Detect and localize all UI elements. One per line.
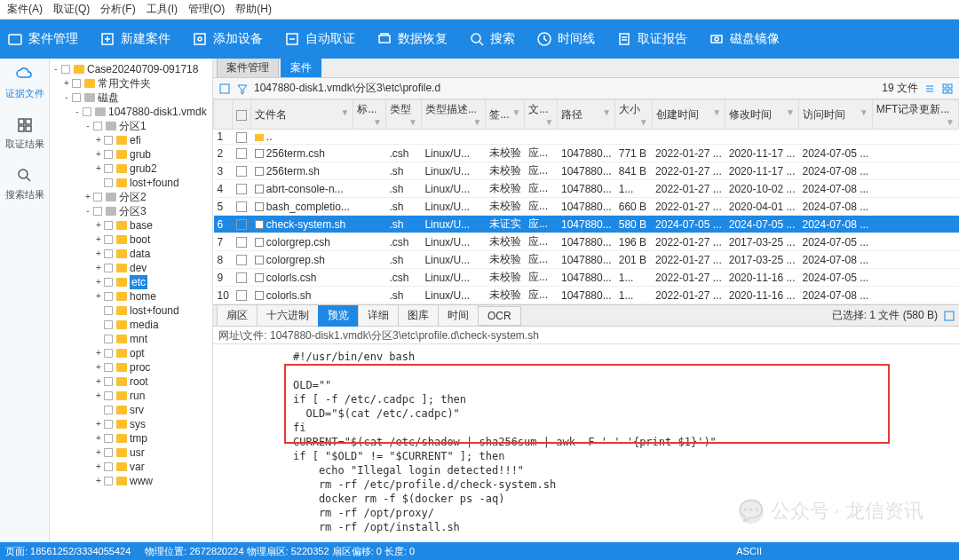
tb-search[interactable]: 搜索 <box>469 31 515 47</box>
tree-node-lost+found[interactable]: lost+found <box>52 304 210 318</box>
tree-checkbox[interactable] <box>93 122 102 130</box>
row-checkbox[interactable] <box>236 166 247 177</box>
tree-toggle[interactable]: + <box>94 261 103 275</box>
preview-tab-OCR[interactable]: OCR <box>478 306 521 326</box>
tree-checkbox[interactable] <box>104 178 113 187</box>
table-row[interactable]: 1.. <box>214 130 959 145</box>
tree-label[interactable]: opt <box>130 346 145 360</box>
tree-node-Case20240709-091718[interactable]: -Case20240709-091718 <box>52 62 210 76</box>
tree-label[interactable]: 磁盘 <box>98 91 119 105</box>
tree-checkbox[interactable] <box>93 193 102 201</box>
col-8[interactable]: 路径▼ <box>558 100 615 130</box>
tree-checkbox[interactable] <box>104 235 113 244</box>
filter-icon[interactable]: ▼ <box>786 107 795 117</box>
col-5[interactable]: 类型描述...▼ <box>421 100 486 130</box>
tree-toggle[interactable]: + <box>94 289 103 304</box>
filter-icon[interactable]: ▼ <box>712 107 721 117</box>
tree-toggle[interactable]: + <box>94 389 103 403</box>
col-0[interactable] <box>214 100 233 130</box>
tree-node-tmp[interactable]: +tmp <box>52 431 210 446</box>
tree-node-磁盘[interactable]: -磁盘 <box>52 91 210 105</box>
tree-label[interactable]: Case20240709-091718 <box>87 62 198 76</box>
col-9[interactable]: 大小▼ <box>615 100 652 130</box>
tree-node-proc[interactable]: +proc <box>52 360 210 375</box>
tree-toggle[interactable]: + <box>94 360 103 375</box>
tree-checkbox[interactable] <box>104 306 113 315</box>
row-checkbox[interactable] <box>236 184 247 194</box>
leftbar-result[interactable]: 取证结果 <box>5 116 44 151</box>
tree-panel[interactable]: -Case20240709-091718+常用文件夹-磁盘-1047880-di… <box>50 59 213 542</box>
filter-icon[interactable]: ▼ <box>545 117 554 127</box>
filter-icon[interactable]: ▼ <box>473 117 482 127</box>
tree-label[interactable]: media <box>130 318 159 332</box>
tree-toggle[interactable]: - <box>73 105 82 119</box>
col-7[interactable]: 文...▼ <box>525 100 558 130</box>
table-row[interactable]: 8colorgrep.sh.shLinux/U...未校验应...1047880… <box>214 251 959 269</box>
menu-help[interactable]: 帮助(H) <box>235 2 272 17</box>
tree-label[interactable]: proc <box>130 360 150 375</box>
tree-label[interactable]: 分区2 <box>119 190 147 204</box>
preview-tab-时间[interactable]: 时间 <box>438 305 479 327</box>
menu-forensics[interactable]: 取证(Q) <box>53 2 90 17</box>
leftbar-evidence[interactable]: 证据文件 <box>5 66 44 100</box>
tree-node-dev[interactable]: +dev <box>52 261 210 275</box>
table-row[interactable]: 2256term.csh.cshLinux/U...未校验应...1047880… <box>214 145 959 162</box>
tree-node-mnt[interactable]: mnt <box>52 332 210 346</box>
tree-node-lost+found[interactable]: lost+found <box>52 176 210 190</box>
preview-tab-预览[interactable]: 预览 <box>318 305 359 327</box>
tree-label[interactable]: sys <box>130 417 146 431</box>
tree-toggle[interactable]: + <box>83 190 92 204</box>
tree-node-usr[interactable]: +usr <box>52 446 210 460</box>
tree-toggle[interactable]: + <box>94 474 103 488</box>
tree-toggle[interactable]: - <box>83 119 92 133</box>
view-list-icon[interactable] <box>923 83 936 95</box>
filter-icon[interactable]: ▼ <box>860 107 868 117</box>
tree-checkbox[interactable] <box>72 79 81 88</box>
tree-node-分区2[interactable]: +分区2 <box>52 190 210 204</box>
filter-icon[interactable] <box>236 83 249 95</box>
tree-label[interactable]: run <box>130 389 145 403</box>
tab-case-manage[interactable]: 案件管理 <box>217 59 279 77</box>
col-11[interactable]: 修改时间▼ <box>725 100 799 130</box>
table-row[interactable]: 5bash_completio....shLinux/U...未校验应...10… <box>214 198 959 216</box>
tree-checkbox[interactable] <box>104 406 113 414</box>
tree-checkbox[interactable] <box>104 377 113 386</box>
tree-label[interactable]: home <box>130 289 156 304</box>
tree-label[interactable]: 1047880-disk1.vmdk <box>108 105 207 119</box>
tree-label[interactable]: root <box>130 375 148 389</box>
tree-toggle[interactable]: + <box>94 247 103 261</box>
tree-node-base[interactable]: +base <box>52 218 210 233</box>
tree-checkbox[interactable] <box>104 434 113 443</box>
tree-label[interactable]: var <box>130 460 145 474</box>
tree-checkbox[interactable] <box>104 335 113 343</box>
tb-disk-image[interactable]: 磁盘镜像 <box>709 31 780 47</box>
tree-node-etc[interactable]: +etc <box>52 275 210 289</box>
tree-checkbox[interactable] <box>104 320 113 329</box>
tree-checkbox[interactable] <box>104 391 113 400</box>
tree-toggle[interactable]: + <box>94 431 103 446</box>
tree-node-分区3[interactable]: -分区3 <box>52 204 210 218</box>
table-row[interactable]: 9colorls.csh.cshLinux/U...未校验应...1047880… <box>214 269 959 287</box>
filter-icon[interactable]: ▼ <box>341 107 350 117</box>
tree-toggle[interactable]: + <box>62 76 71 91</box>
tree-label[interactable]: www <box>130 474 153 488</box>
tree-checkbox[interactable] <box>104 448 113 457</box>
tb-timeline[interactable]: 时间线 <box>536 31 595 47</box>
row-checkbox[interactable] <box>236 132 247 143</box>
col-6[interactable]: 签...▼ <box>486 100 525 130</box>
tree-node-media[interactable]: media <box>52 318 210 332</box>
table-row[interactable]: 4abrt-console-n....shLinux/U...未校验应...10… <box>214 180 959 198</box>
table-row[interactable]: 6check-system.sh.shLinux/U...未证实应...1047… <box>214 216 959 233</box>
tree-toggle[interactable]: + <box>94 147 103 162</box>
tb-recover[interactable]: 数据恢复 <box>376 31 448 47</box>
tree-node-data[interactable]: +data <box>52 247 210 261</box>
tree-checkbox[interactable] <box>104 349 113 358</box>
tb-add-device[interactable]: 添加设备 <box>192 31 263 47</box>
row-checkbox[interactable] <box>236 272 247 283</box>
tree-label[interactable]: 分区1 <box>119 119 147 133</box>
tree-checkbox[interactable] <box>104 221 113 230</box>
tree-toggle[interactable]: + <box>94 133 103 147</box>
menu-case[interactable]: 案件(A) <box>7 2 43 17</box>
tree-checkbox[interactable] <box>93 207 102 216</box>
table-row[interactable]: 10colorls.sh.shLinux/U...未校验应...1047880.… <box>214 287 959 304</box>
